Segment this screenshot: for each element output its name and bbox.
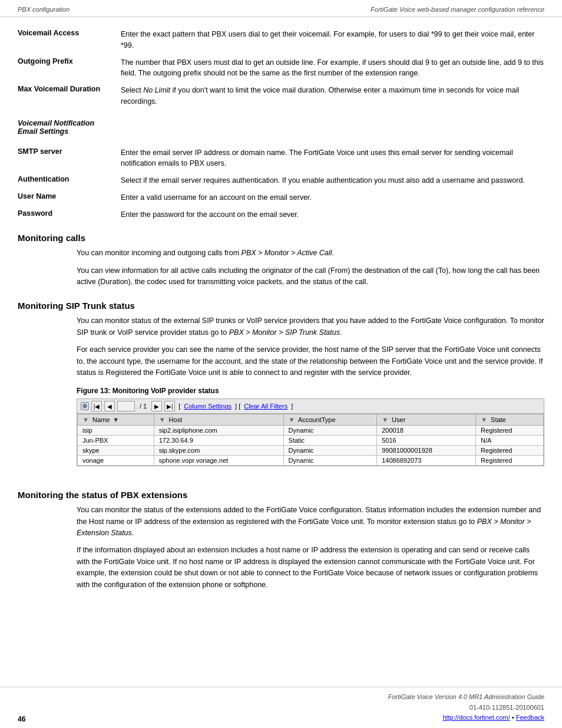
table-body: isip sip2.isipliphone.com Dynamic 200018…	[78, 426, 544, 466]
header-right: FortiGate Voice web-based manager config…	[371, 6, 544, 13]
table-row: Jun-PBX 172.30.64.9 Static 5016 N/A	[78, 436, 544, 446]
page-header: PBX configuration FortiGate Voice web-ba…	[0, 0, 562, 17]
last-page-btn[interactable]: ▶|	[164, 401, 175, 411]
footer-separator: •	[510, 714, 516, 721]
voicemail-definition: Select if the email server requires auth…	[121, 175, 544, 186]
setting-definition: The number that PBX users must dial to g…	[121, 57, 544, 80]
cell-accounttype: Dynamic	[283, 426, 377, 436]
table-row: isip sip2.isipliphone.com Dynamic 200018…	[78, 426, 544, 436]
voip-table-container: ⚙ |◀ ◀ / 1 ▶ ▶| [ Column Settings ] [ Cl…	[77, 398, 544, 466]
cell-accounttype: Dynamic	[283, 456, 377, 466]
cell-state: Registered	[476, 426, 544, 436]
table-toolbar: ⚙ |◀ ◀ / 1 ▶ ▶| [ Column Settings ] [ Cl…	[77, 399, 544, 414]
voicemail-term: SMTP server	[18, 147, 121, 156]
footer-page-number: 46	[18, 715, 25, 723]
setting-term: Outgoing Prefix	[18, 57, 121, 65]
col-user: ▼ User	[377, 414, 476, 426]
prev-page-btn[interactable]: ◀	[104, 401, 115, 411]
content-area: Voicemail AccessEnter the exact pattern …	[0, 17, 562, 632]
setting-row: Max Voicemail DurationSelect No Limit if…	[18, 85, 544, 107]
voicemail-setting-row: User NameEnter a valid username for an a…	[18, 192, 544, 203]
col-state: ▼ State	[476, 414, 544, 426]
monitoring-pbx-para1: You can monitor the status of the extens…	[77, 505, 544, 539]
cell-name: Jun-PBX	[78, 436, 154, 446]
first-page-btn[interactable]: |◀	[91, 401, 102, 411]
voicemail-section-term: Voicemail Notification Email Settings	[18, 119, 121, 136]
footer-doc-title: FortiGate Voice Version 4.0 MR1 Administ…	[388, 692, 544, 703]
setting-definition: Enter the exact pattern that PBX users d…	[121, 29, 544, 51]
cell-user: 14086892073	[377, 456, 476, 466]
header-left: PBX configuration	[18, 6, 70, 13]
setting-row: Outgoing PrefixThe number that PBX users…	[18, 57, 544, 80]
voicemail-definition: Enter the email server IP address or dom…	[121, 147, 544, 170]
cell-state: N/A	[476, 436, 544, 446]
figure-caption: Figure 13: Monitoring VoIP provider stat…	[77, 387, 544, 395]
table-head: ▼ Name ▼ ▼ Host ▼ AccountType ▼ User ▼ S…	[78, 414, 544, 426]
cell-host: sphone.vopr.vonage.net	[154, 456, 283, 466]
monitoring-calls-para2: You can view information for all active …	[77, 265, 544, 288]
cell-state: Registered	[476, 446, 544, 456]
cell-state: Registered	[476, 456, 544, 466]
footer-links: http://docs.fortinet.com/ • Feedback	[388, 713, 544, 723]
voicemail-setting-row: PasswordEnter the password for the accou…	[18, 209, 544, 220]
cell-host: sip.skype.com	[154, 446, 283, 456]
col-name: ▼ Name ▼	[78, 414, 154, 426]
setting-row: Voicemail AccessEnter the exact pattern …	[18, 29, 544, 51]
separator2: ] [	[235, 403, 240, 410]
cell-name: vonage	[78, 456, 154, 466]
cell-user: 99081000001928	[377, 446, 476, 456]
cell-accounttype: Static	[283, 436, 377, 446]
table-row: skype sip.skype.com Dynamic 990810000019…	[78, 446, 544, 456]
settings-table-top: Voicemail AccessEnter the exact pattern …	[18, 29, 544, 107]
monitoring-sip-heading: Monitoring SIP Trunk status	[18, 301, 544, 311]
next-page-btn[interactable]: ▶	[151, 401, 162, 411]
voicemail-setting-row: AuthenticationSelect if the email server…	[18, 175, 544, 186]
monitoring-calls-heading: Monitoring calls	[18, 233, 544, 243]
cell-host: sip2.isipliphone.com	[154, 426, 283, 436]
monitoring-pbx-para2: If the information displayed about an ex…	[77, 545, 544, 591]
monitoring-calls-italic: PBX > Monitor > Active Call	[242, 249, 332, 257]
voicemail-definition: Enter the password for the account on th…	[121, 209, 544, 220]
setting-term: Voicemail Access	[18, 29, 121, 37]
cell-host: 172.30.64.9	[154, 436, 283, 446]
monitoring-pbx-italic: PBX > Monitor > Extension Status	[77, 518, 531, 537]
footer-doc-code: 01-410-112851-20100601	[388, 703, 544, 713]
cell-user: 200018	[377, 426, 476, 436]
voicemail-term: Password	[18, 209, 121, 218]
page-container: PBX configuration FortiGate Voice web-ba…	[0, 0, 562, 728]
cell-user: 5016	[377, 436, 476, 446]
separator1: [	[178, 403, 180, 410]
page-info: / 1	[137, 403, 149, 410]
setting-term: Max Voicemail Duration	[18, 85, 121, 93]
monitoring-pbx-heading: Monitoring the status of PBX extensions	[18, 490, 544, 500]
sort-icon-name: ▼	[113, 416, 119, 423]
filter-icon-host: ▼	[159, 416, 166, 423]
voicemail-header-row: Voicemail Notification Email Settings	[18, 119, 544, 136]
footer-url-link[interactable]: http://docs.fortinet.com/	[442, 714, 510, 721]
table-header-row: ▼ Name ▼ ▼ Host ▼ AccountType ▼ User ▼ S…	[78, 414, 544, 426]
column-settings-link[interactable]: Column Settings	[184, 403, 232, 410]
monitoring-sip-para2: For each service provider you can see th…	[77, 344, 544, 378]
monitoring-calls-para1: You can monitor incoming and outgoing ca…	[77, 248, 544, 259]
table-icon: ⚙	[81, 402, 89, 410]
cell-name: skype	[78, 446, 154, 456]
page-footer: 46 FortiGate Voice Version 4.0 MR1 Admin…	[0, 687, 562, 728]
filter-icon-state: ▼	[481, 416, 487, 423]
voip-data-table: ▼ Name ▼ ▼ Host ▼ AccountType ▼ User ▼ S…	[77, 414, 544, 466]
voicemail-section: Voicemail Notification Email Settings	[18, 119, 544, 136]
filter-icon-acct: ▼	[289, 416, 295, 423]
voicemail-term: User Name	[18, 192, 121, 200]
cell-accounttype: Dynamic	[283, 446, 377, 456]
clear-filters-link[interactable]: Clear All Filters	[244, 403, 287, 410]
voicemail-setting-row: SMTP serverEnter the email server IP add…	[18, 147, 544, 170]
filter-icon-name: ▼	[82, 416, 89, 423]
col-host: ▼ Host	[154, 414, 283, 426]
feedback-link[interactable]: Feedback	[516, 714, 544, 721]
voicemail-term: Authentication	[18, 175, 121, 183]
separator3: ]	[291, 403, 293, 410]
voicemail-definition: Enter a valid username for an account on…	[121, 192, 544, 203]
filter-icon-user: ▼	[382, 416, 388, 423]
monitoring-sip-para1: You can monitor status of the external S…	[77, 315, 544, 338]
table-row: vonage sphone.vopr.vonage.net Dynamic 14…	[78, 456, 544, 466]
page-input[interactable]	[117, 401, 135, 411]
